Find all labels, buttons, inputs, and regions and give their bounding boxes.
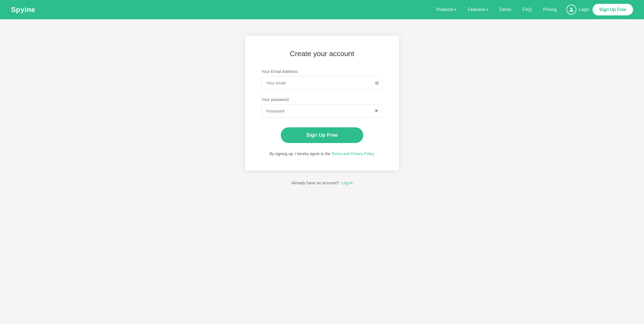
header-actions: Login Sign Up Free — [566, 4, 633, 15]
password-toggle-icon[interactable]: 👁 — [374, 109, 379, 114]
nav-faq[interactable]: FAQ — [518, 5, 536, 14]
nav-demo[interactable]: Demo — [495, 5, 516, 14]
signup-form-card: Create your account Your Email Address: … — [245, 36, 399, 171]
email-input[interactable] — [262, 76, 382, 89]
nav-features[interactable]: Features ▾ — [463, 5, 492, 14]
user-icon — [566, 5, 576, 15]
email-input-wrapper: ⊞ — [262, 76, 382, 89]
already-account-text: Already have an account? Log in — [291, 180, 353, 185]
main-nav: Products ▾ Features ▾ Demo FAQ Pricing — [432, 5, 561, 14]
nav-products[interactable]: Products ▾ — [432, 5, 461, 14]
password-label: Your password: — [262, 97, 382, 102]
chevron-down-icon: ▾ — [486, 8, 488, 12]
nav-pricing[interactable]: Pricing — [539, 5, 561, 14]
site-logo[interactable]: Spyine — [11, 6, 35, 14]
site-header: Spyine Products ▾ Features ▾ Demo FAQ Pr… — [0, 0, 644, 19]
login-button[interactable]: Login — [566, 5, 589, 15]
email-field-group: Your Email Address: ⊞ — [262, 69, 382, 89]
terms-text: By signing up, I hereby agree to the Ter… — [262, 151, 382, 157]
login-link[interactable]: Log in — [341, 180, 353, 185]
signup-submit-button[interactable]: Sign Up Free — [281, 127, 363, 143]
form-title: Create your account — [262, 50, 382, 58]
terms-link[interactable]: Terms and Privacy Policy — [331, 152, 374, 156]
main-content: Create your account Your Email Address: … — [0, 19, 644, 324]
header-signup-button[interactable]: Sign Up Free — [593, 4, 633, 15]
password-input-wrapper: 👁 — [262, 105, 382, 117]
chevron-down-icon: ▾ — [455, 8, 456, 12]
email-label: Your Email Address: — [262, 69, 382, 74]
email-icon: ⊞ — [375, 80, 379, 86]
password-input[interactable] — [262, 105, 382, 117]
password-field-group: Your password: 👁 — [262, 97, 382, 117]
